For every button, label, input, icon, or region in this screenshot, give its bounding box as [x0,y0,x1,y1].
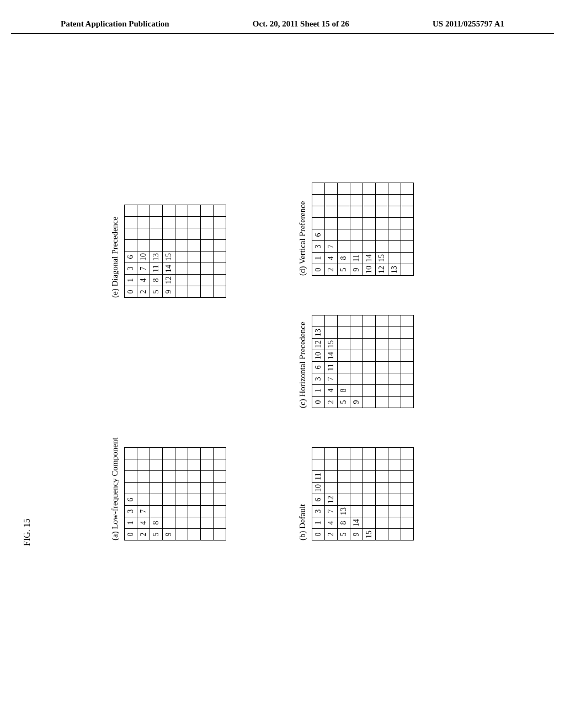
grid-cell [325,218,338,229]
grid-cell [401,471,414,483]
header-right: US 2011/0255797 A1 [433,19,504,29]
grid-cell [363,315,376,327]
grid-cell [325,327,338,339]
grid-cell [137,471,150,483]
grid-cell: 14 [163,263,175,275]
grid-cell: 2 [137,286,150,298]
grid-cell: 8 [338,517,350,529]
grid-cell: 7 [325,506,338,517]
grid-cell [175,459,188,471]
grid-cell [325,471,338,483]
grid-cell [125,240,137,251]
grid-cell [175,471,188,483]
figure-label: FIG. 15 [22,518,32,546]
grid-cell: 5 [338,264,350,276]
grid-cell [338,183,350,195]
grid-cell [175,217,188,228]
grid-cell [201,228,214,240]
grid-cell [350,195,363,206]
caption-a: (a) Low-frequency Component [110,437,120,540]
grid-cell: 13 [312,327,325,339]
grid-cell [338,350,350,362]
grid-cell [388,517,401,529]
grid-cell [376,373,388,385]
grid-cell [125,471,137,483]
grid-cell [201,529,214,540]
grid-cell [188,217,201,228]
grid-cell [188,286,201,298]
panel-a: (a) Low-frequency Component 0136247589 [110,437,226,540]
grid-cell [150,205,163,217]
grid-cell [376,483,388,494]
grid-cell [137,217,150,228]
grid-cell [350,206,363,218]
grid-cell: 3 [312,373,325,385]
grid-cell [163,506,175,517]
grid-cell [163,471,175,483]
grid-cell: 15 [363,529,376,540]
grid-cell [175,448,188,459]
grid-cell [125,448,137,459]
grid-cell [325,206,338,218]
grid-cell [163,228,175,240]
grid-cell: 5 [150,529,163,540]
grid-cell [325,459,338,471]
grid-cell [401,253,414,264]
grid-cell [188,251,201,263]
grid-cell [214,506,226,517]
grid-cell: 4 [137,517,150,529]
panel-b: (b) Default 0136101124712581391415 [298,447,414,540]
grid-cell [214,263,226,275]
grid-cell [376,229,388,241]
grid-cell [363,397,376,408]
grid-cell [376,529,388,540]
grid-cell [325,483,338,494]
grid-cell [338,459,350,471]
grid-cell: 13 [338,506,350,517]
grid-cell [401,339,414,350]
grid-cell [312,448,325,459]
grid-cell [363,183,376,195]
grid-cell [214,251,226,263]
grid-cell [188,529,201,540]
grid-cell [376,385,388,397]
grid-cell [201,483,214,494]
grid-cell [214,517,226,529]
grid-cell [401,241,414,253]
grid-cell [388,218,401,229]
grid-cell: 10 [312,350,325,362]
grid-cell: 8 [150,517,163,529]
grid-cell [150,459,163,471]
grid-cell [201,275,214,286]
grid-cell [338,448,350,459]
grid-cell [388,350,401,362]
grid-cell: 10 [363,264,376,276]
grid-cell [401,195,414,206]
grid-cell [137,448,150,459]
grid-cell [163,240,175,251]
grid-cell [338,339,350,350]
grid-cell [214,448,226,459]
grid-cell [175,263,188,275]
grid-cell: 0 [125,286,137,298]
grid-cell: 8 [338,385,350,397]
grid-cell [163,494,175,506]
grid-cell [312,218,325,229]
grid-cell [388,397,401,408]
grid-cell: 2 [325,264,338,276]
grid-cell [163,517,175,529]
grid-cell: 14 [350,517,363,529]
grid-cell: 2 [325,529,338,540]
grid-cell [350,218,363,229]
grid-cell [376,362,388,373]
grid-cell [376,350,388,362]
grid-cell: 9 [350,529,363,540]
grid-cell [125,483,137,494]
grid-cell [150,240,163,251]
grid-a: 0136247589 [124,447,226,540]
grid-cell [388,315,401,327]
grid-cell [338,218,350,229]
grid-cell: 0 [312,529,325,540]
grid-cell [388,327,401,339]
grid-cell [388,241,401,253]
